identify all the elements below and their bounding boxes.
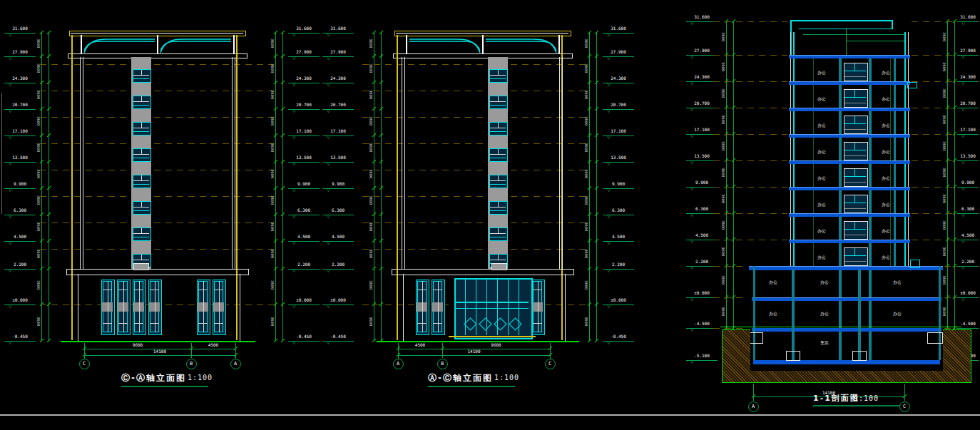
cad-viewport: 31.600▽27.900▽24.300▽20.700▽17.100▽13.50… [0,0,980,430]
title-block-section: 1-1剖面图 1:100 [0,0,980,430]
title-underline [813,405,900,406]
drawing-scale: 1:100 [854,394,879,402]
viewport-bottom-border [0,414,980,416]
drawing-title: 1-1剖面图 [813,393,859,404]
viewport-left-border [1,93,2,214]
